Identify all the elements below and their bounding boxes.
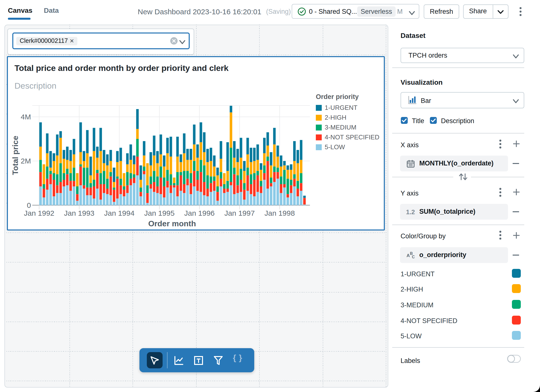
svg-text:2M: 2M bbox=[21, 157, 31, 165]
svg-text:Jan 1992: Jan 1992 bbox=[24, 209, 54, 217]
svg-text:Jan 1996: Jan 1996 bbox=[184, 209, 215, 217]
svg-text:A: A bbox=[406, 253, 410, 258]
svg-text:Order month: Order month bbox=[148, 219, 196, 228]
svg-text:Jan 1994: Jan 1994 bbox=[104, 209, 134, 217]
svg-text:0: 0 bbox=[27, 201, 31, 209]
svg-text:Jan 1993: Jan 1993 bbox=[64, 209, 94, 217]
svg-text:Jan 1995: Jan 1995 bbox=[144, 209, 174, 217]
svg-text:4M: 4M bbox=[21, 113, 31, 121]
svg-text:Jan 1998: Jan 1998 bbox=[264, 209, 295, 217]
svg-text:Jan 1997: Jan 1997 bbox=[224, 209, 255, 217]
svg-text:Total price: Total price bbox=[11, 136, 20, 175]
svg-text:C: C bbox=[412, 255, 415, 259]
